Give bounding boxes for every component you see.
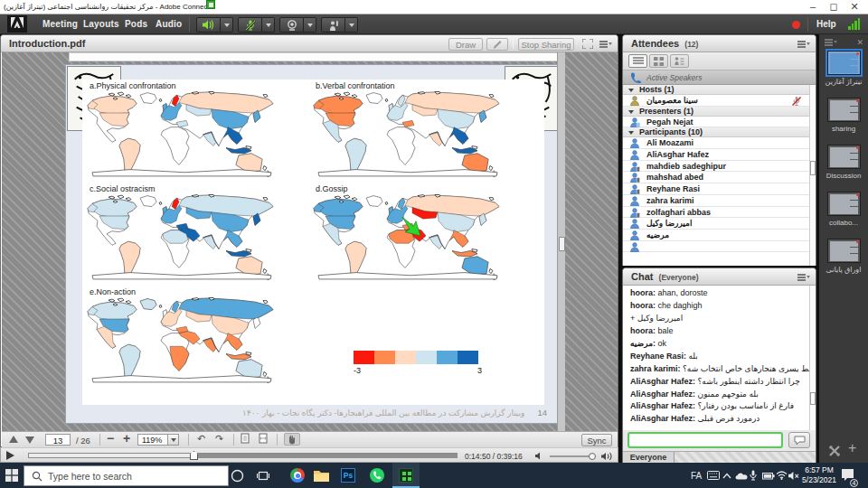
- raise-hand-button-group[interactable]: [321, 17, 358, 33]
- menu-pods[interactable]: Pods: [125, 19, 147, 29]
- seek-bar[interactable]: [28, 453, 458, 458]
- attendee-row[interactable]: مرضیه: [623, 230, 809, 241]
- seek-thumb[interactable]: [190, 451, 198, 460]
- previous-slide-edge: [69, 52, 560, 61]
- taskbar-search[interactable]: Type here to search: [24, 465, 229, 486]
- pan-hand-button[interactable]: [284, 433, 300, 446]
- adobe-connect-taskbar-icon[interactable]: [392, 463, 420, 488]
- photoshop-icon[interactable]: Ps: [335, 463, 362, 488]
- microphone-tray-icon[interactable]: [750, 463, 757, 488]
- start-button[interactable]: [0, 463, 24, 488]
- layout-thumbnail-4[interactable]: [827, 192, 861, 216]
- touch-keyboard-icon[interactable]: [707, 463, 720, 488]
- volume-slider[interactable]: [550, 455, 593, 457]
- menu-audio[interactable]: Audio: [156, 19, 182, 29]
- language-indicator[interactable]: FA: [691, 463, 702, 488]
- fit-page-button[interactable]: [241, 433, 250, 446]
- menu-meeting[interactable]: Meeting: [42, 19, 78, 29]
- attendee-row[interactable]: Pegah Nejat: [623, 117, 809, 128]
- file-explorer-icon[interactable]: [307, 463, 335, 488]
- attendee-row[interactable]: Ali Moazami: [623, 137, 809, 149]
- layout-thumbnail-5[interactable]: [827, 239, 861, 263]
- attendee-row[interactable]: zahra karimi: [623, 195, 809, 207]
- attendee-row[interactable]: mahshad abed: [623, 172, 809, 183]
- pen-tool-button[interactable]: [486, 38, 508, 51]
- undo-button[interactable]: ↶: [197, 433, 205, 445]
- mic-dropdown[interactable]: [262, 17, 275, 33]
- mic-muted-icon[interactable]: [238, 17, 262, 33]
- action-center-icon[interactable]: 4: [841, 468, 854, 485]
- zoom-level-select[interactable]: 119%: [137, 434, 179, 446]
- onedrive-icon[interactable]: [735, 463, 748, 488]
- draw-button[interactable]: Draw: [448, 38, 483, 51]
- attendees-grid-view-button[interactable]: [649, 54, 668, 68]
- attendees-section-participants[interactable]: Participants (10): [623, 127, 809, 137]
- chat-send-button[interactable]: [788, 432, 810, 448]
- volume-down-icon[interactable]: [535, 452, 542, 460]
- play-button[interactable]: [6, 451, 14, 460]
- layout-thumbnail-2[interactable]: [827, 98, 861, 122]
- webcam-icon[interactable]: [279, 17, 304, 33]
- raise-hand-dropdown[interactable]: [345, 17, 358, 33]
- add-layout-button[interactable]: +: [848, 440, 856, 456]
- page-up-button[interactable]: [9, 434, 18, 446]
- webcam-button-group[interactable]: [279, 17, 316, 33]
- chat-message: AliAsghar Hafez: چرا انتظار داشته اینطور…: [623, 378, 809, 387]
- stop-sharing-button[interactable]: Stop Sharing: [518, 38, 574, 51]
- chat-pod-menu-icon[interactable]: [797, 274, 809, 281]
- attendee-row[interactable]: [623, 241, 809, 253]
- attendee-row[interactable]: سینا معصومیان: [623, 95, 809, 107]
- wifi-icon[interactable]: [776, 463, 788, 488]
- attendees-list-view-button[interactable]: [628, 54, 647, 68]
- attendees-section-presenters[interactable]: Presenters (1): [623, 107, 809, 117]
- speaker-button-group[interactable]: [196, 17, 233, 33]
- attendee-row[interactable]: Reyhane Rasi: [623, 183, 809, 195]
- help-menu[interactable]: Help: [816, 19, 836, 29]
- sync-button[interactable]: Sync: [581, 434, 612, 446]
- attendees-pod-menu-icon[interactable]: [797, 41, 809, 48]
- fit-width-button[interactable]: [259, 433, 268, 446]
- layouts-pin-icon[interactable]: ✕: [856, 38, 863, 47]
- attendees-section-hosts[interactable]: Hosts (1): [623, 85, 809, 95]
- layouts-tools-icon[interactable]: [828, 445, 841, 457]
- attendee-row[interactable]: امیررضا وکیل: [623, 218, 809, 230]
- page-down-button[interactable]: [25, 434, 34, 446]
- attendee-row[interactable]: mahdieb sadeghipur: [623, 161, 809, 173]
- cortana-button[interactable]: [223, 463, 250, 488]
- pdf-toolbar: 13 / 26 − + 119% ↶ ↷ Sync: [2, 431, 618, 447]
- zoom-out-button[interactable]: −: [107, 431, 114, 443]
- taskbar-clock[interactable]: 6:57 PM5/23/2021: [799, 465, 839, 485]
- share-vertical-scrollbar[interactable]: [557, 52, 565, 431]
- show-hidden-icons-chevron[interactable]: [722, 463, 731, 488]
- redo-button[interactable]: ↷: [215, 433, 223, 445]
- speaker-icon[interactable]: [196, 17, 221, 33]
- mic-button-group[interactable]: [238, 17, 275, 33]
- attendee-row[interactable]: zolfaghari abbas: [623, 207, 809, 219]
- layout-thumbnail-3[interactable]: [827, 145, 861, 169]
- raise-hand-icon[interactable]: [321, 17, 345, 33]
- chat-input[interactable]: [627, 432, 783, 448]
- menu-layouts[interactable]: Layouts: [83, 19, 119, 29]
- attendee-row[interactable]: AliAsghar Hafez: [623, 149, 809, 161]
- volume-knob[interactable]: [589, 453, 596, 460]
- attendees-status-view-button[interactable]: [670, 54, 689, 68]
- speaker-dropdown[interactable]: [221, 17, 233, 33]
- volume-up-icon[interactable]: [601, 452, 613, 461]
- layouts-menu-icon[interactable]: [825, 39, 836, 46]
- attendees-scrollbar[interactable]: [809, 85, 816, 266]
- share-pod-menu-icon[interactable]: [599, 41, 611, 48]
- zoom-in-button[interactable]: +: [123, 431, 130, 443]
- webcam-dropdown[interactable]: [304, 17, 316, 33]
- whatsapp-icon[interactable]: [363, 463, 391, 488]
- close-button[interactable]: ✕: [849, 2, 860, 13]
- layout-live-dot: [856, 99, 859, 102]
- adobe-logo[interactable]: [7, 15, 27, 33]
- maximize-button[interactable]: ◻: [828, 2, 839, 13]
- chat-scrollbar[interactable]: [809, 286, 816, 430]
- page-number-input[interactable]: 13: [45, 434, 71, 446]
- fullscreen-button[interactable]: [578, 38, 598, 51]
- task-view-button[interactable]: [250, 463, 277, 488]
- layout-thumbnail-1[interactable]: [827, 51, 861, 75]
- battery-icon[interactable]: [762, 463, 775, 488]
- minimize-button[interactable]: –: [807, 2, 818, 13]
